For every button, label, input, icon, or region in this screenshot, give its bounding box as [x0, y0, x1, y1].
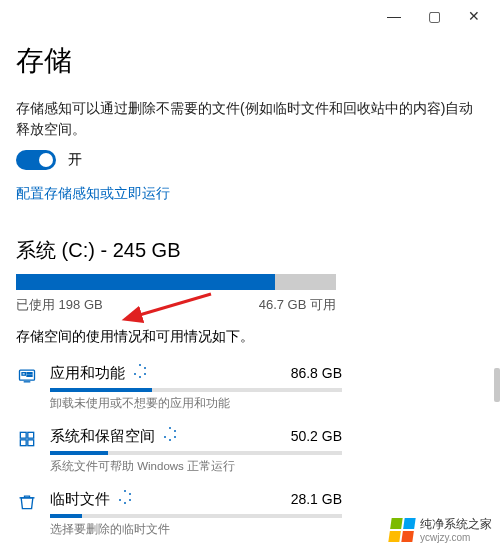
storage-category[interactable]: 文档4.55 GB管理“文档”文件夹	[16, 547, 342, 551]
scrollbar-thumb[interactable]	[494, 368, 500, 402]
storage-category[interactable]: 临时文件28.1 GB选择要删除的临时文件	[16, 484, 342, 547]
storage-category[interactable]: 应用和功能86.8 GB卸载未使用或不想要的应用和功能	[16, 358, 342, 421]
category-subtext: 选择要删除的临时文件	[50, 522, 342, 537]
svg-rect-2	[27, 373, 32, 374]
configure-storage-sense-link[interactable]: 配置存储感知或立即运行	[16, 185, 170, 203]
system-icon	[16, 427, 38, 449]
window-minimize-button[interactable]: —	[374, 4, 414, 28]
drive-title: 系统 (C:) - 245 GB	[16, 237, 484, 264]
storage-sense-description: 存储感知可以通过删除不需要的文件(例如临时文件和回收站中的内容)自动释放空间。	[16, 98, 484, 140]
svg-rect-8	[28, 440, 34, 446]
category-bar	[50, 388, 342, 392]
svg-rect-3	[27, 375, 32, 376]
category-size: 50.2 GB	[291, 428, 342, 444]
category-size: 86.8 GB	[291, 365, 342, 381]
svg-rect-6	[28, 432, 34, 438]
loading-spinner-icon	[133, 364, 147, 378]
window-maximize-button[interactable]: ▢	[414, 4, 454, 28]
loading-spinner-icon	[118, 490, 132, 504]
svg-rect-5	[20, 432, 26, 438]
storage-sense-toggle-label: 开	[68, 151, 82, 169]
page-title: 存储	[16, 42, 484, 80]
usage-breakdown-caption: 存储空间的使用情况和可用情况如下。	[16, 328, 484, 346]
watermark-url: ycwjzy.com	[420, 532, 492, 544]
category-name: 系统和保留空间	[50, 427, 177, 446]
category-name: 临时文件	[50, 490, 132, 509]
watermark-brand: 纯净系统之家	[420, 518, 492, 532]
category-size: 28.1 GB	[291, 491, 342, 507]
window-close-button[interactable]: ✕	[454, 4, 494, 28]
trash-icon	[16, 490, 38, 512]
category-bar	[50, 451, 342, 455]
category-name: 应用和功能	[50, 364, 147, 383]
category-bar	[50, 514, 342, 518]
storage-sense-toggle[interactable]	[16, 150, 56, 170]
svg-rect-1	[22, 373, 25, 376]
drive-free-label: 46.7 GB 可用	[259, 296, 336, 314]
svg-rect-7	[20, 440, 26, 446]
category-subtext: 系统文件可帮助 Windows 正常运行	[50, 459, 342, 474]
windows-logo-icon	[388, 518, 415, 542]
drive-usage-bar-fill	[16, 274, 275, 290]
watermark: 纯净系统之家 ycwjzy.com	[390, 518, 492, 543]
loading-spinner-icon	[163, 427, 177, 441]
storage-category[interactable]: 系统和保留空间50.2 GB系统文件可帮助 Windows 正常运行	[16, 421, 342, 484]
apps-icon	[16, 364, 38, 386]
category-subtext: 卸载未使用或不想要的应用和功能	[50, 396, 342, 411]
drive-used-label: 已使用 198 GB	[16, 296, 103, 314]
drive-usage-bar	[16, 274, 336, 290]
